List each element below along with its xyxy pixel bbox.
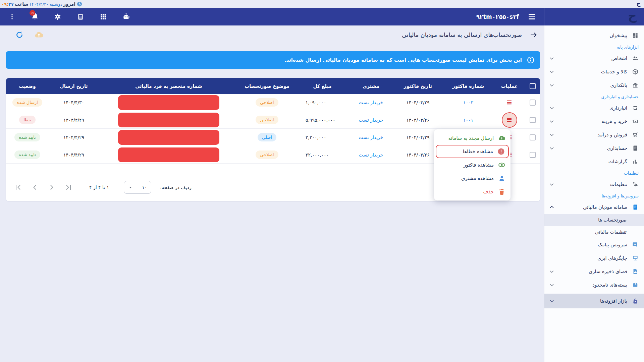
row-actions-icon-active[interactable]: ≡ bbox=[502, 112, 517, 128]
row-checkbox[interactable] bbox=[530, 117, 536, 123]
chevron-down-icon bbox=[548, 68, 555, 75]
invoice-number-link[interactable]: ۱۰۰۳ bbox=[463, 100, 473, 105]
sidebar-item-banking[interactable]: بانکداری bbox=[544, 78, 644, 92]
col-header-send-date: تاریخ ارسال bbox=[49, 83, 99, 89]
notifications-bell-icon[interactable] bbox=[28, 9, 42, 24]
chevron-down-icon bbox=[548, 145, 555, 152]
sidebar-item-addons-market[interactable]: بازار افزونه‌ها bbox=[544, 294, 644, 308]
warehouse-icon bbox=[631, 104, 639, 112]
page-title-bar: صورتحساب‌های ارسالی به سامانه مودیان مال… bbox=[0, 25, 544, 44]
bank-icon bbox=[631, 81, 639, 89]
subject-badge: اصلاحی bbox=[256, 150, 278, 159]
customer-link[interactable]: خریدار تست bbox=[359, 152, 383, 158]
last-page-icon[interactable] bbox=[64, 183, 72, 191]
chevron-up-icon bbox=[548, 204, 555, 210]
invoice-number-link[interactable]: ۱۰۰۱ bbox=[463, 117, 473, 123]
pagination-range-text: ۱ تا ۴ از ۴ bbox=[89, 185, 109, 190]
appbar-sidebar-band: ح bbox=[544, 8, 644, 25]
accounting-doc-icon bbox=[631, 144, 639, 152]
previous-page-icon[interactable] bbox=[31, 183, 39, 191]
status-badge: تایید شده bbox=[14, 133, 40, 141]
info-icon bbox=[527, 56, 535, 64]
chevron-down-icon bbox=[548, 298, 555, 304]
apps-grid-icon[interactable] bbox=[96, 9, 111, 24]
workspace-id[interactable]: ۹۲tm۰۲۵۵۰s۳f bbox=[476, 13, 519, 20]
kebab-menu-icon[interactable] bbox=[5, 9, 19, 24]
today-label: امروز bbox=[63, 2, 75, 7]
menu-item-view-errors[interactable]: مشاهده خطاها bbox=[436, 145, 509, 158]
customer-link[interactable]: خریدار تست bbox=[359, 117, 383, 123]
select-all-checkbox[interactable] bbox=[530, 83, 536, 89]
chevron-down-icon bbox=[548, 118, 555, 125]
sidebar-item-people[interactable]: اشخاص bbox=[544, 52, 644, 65]
col-header-status: وضعیت bbox=[6, 83, 49, 89]
menu-item-delete[interactable]: حذف bbox=[434, 185, 511, 198]
back-arrow-icon[interactable] bbox=[528, 29, 539, 41]
brand-logo-large: ح bbox=[628, 9, 637, 22]
subject-badge: اصلاحی bbox=[256, 98, 278, 107]
col-header-invoice-date: تاریخ فاکتور bbox=[393, 83, 443, 89]
sales-cart-icon bbox=[631, 131, 639, 139]
sidebar-subitem-tax-settings[interactable]: تنظیمات مالیاتی bbox=[544, 226, 644, 238]
sidebar-subitem-invoices[interactable]: صورتحساب ها bbox=[544, 214, 644, 226]
sidebar-item-settings[interactable]: تنظیمات bbox=[544, 178, 644, 191]
row-actions-icon[interactable]: ≡ bbox=[506, 98, 513, 106]
weekday-label: دوشنبه bbox=[50, 2, 62, 7]
chevron-down-icon bbox=[548, 268, 555, 275]
sidebar-item-accounting[interactable]: حسابداری bbox=[544, 141, 644, 155]
menu-item-resend-to-system[interactable]: ارسال مجدد به سامانه bbox=[434, 131, 511, 145]
cloud-upload-icon bbox=[498, 134, 506, 142]
sidebar-item-dashboard[interactable]: پیشخوان bbox=[544, 29, 644, 42]
sidebar-item-sales-income[interactable]: فروش و درآمد bbox=[544, 128, 644, 141]
next-page-icon[interactable] bbox=[48, 183, 56, 191]
menu-item-view-invoice[interactable]: مشاهده فاکتور bbox=[434, 158, 511, 172]
sidebar-item-purchase-expense[interactable]: خرید و هزینه bbox=[544, 115, 644, 128]
settings-gear-icon[interactable] bbox=[50, 9, 65, 24]
row-checkbox[interactable] bbox=[530, 134, 536, 140]
time-label: ساعت bbox=[15, 2, 28, 7]
table-row: ≡ ۱۰۰۳ ۱۴۰۴/۰۴/۲۹ خریدار تست ۱,۰۹۰,۰۰۰ ا… bbox=[6, 94, 540, 111]
total-amount: ۲,۲۰۰,۰۰۰ bbox=[296, 135, 349, 140]
rows-per-page-select[interactable]: ۱۰ bbox=[124, 181, 151, 194]
col-header-invoice-number: شماره فاکتور bbox=[443, 83, 493, 89]
section-label-services-addons: سرویس‌ها و افزونه‌ها bbox=[544, 191, 644, 200]
assistant-robot-icon[interactable] bbox=[119, 9, 133, 24]
sms-service-icon bbox=[631, 241, 639, 249]
row-checkbox[interactable] bbox=[530, 100, 536, 106]
people-icon bbox=[631, 54, 639, 62]
tax-system-doc-icon bbox=[631, 203, 639, 211]
sidebar-item-storage-space[interactable]: فضای ذخیره سازی bbox=[544, 265, 644, 278]
hamburger-menu-icon[interactable] bbox=[525, 9, 539, 24]
sidebar-item-sms-service[interactable]: سرویس پیامک bbox=[544, 238, 644, 251]
tax-unique-id-redacted bbox=[118, 113, 219, 127]
chevron-down-icon bbox=[548, 55, 555, 62]
section-label-base-tools: ابزارهای پایه bbox=[544, 42, 644, 52]
goods-box-icon bbox=[631, 68, 639, 76]
date-time-chip: امروز دوشنبه ۱۴۰۴/۴/۳۰ ساعت ۰۹:۳۷ bbox=[1, 0, 83, 8]
table-header-row: عملیات شماره فاکتور تاریخ فاکتور مشتری م… bbox=[6, 78, 540, 94]
sidebar-item-unlimited-packages[interactable]: بسته‌های نامحدود bbox=[544, 278, 644, 292]
total-amount: ۲۲,۰۰۰,۰۰۰ bbox=[296, 152, 349, 158]
col-header-operations: عملیات bbox=[493, 83, 525, 89]
sidebar-item-cloud-printers[interactable]: چاپگرهای ابری bbox=[544, 251, 644, 265]
sidebar-item-warehousing[interactable]: انبارداری bbox=[544, 101, 644, 115]
rows-per-page-value: ۱۰ bbox=[142, 185, 147, 190]
sidebar-item-tax-system[interactable]: سامانه مودیان مالیاتی bbox=[544, 200, 644, 214]
sidebar-item-goods-services[interactable]: کالا و خدمات bbox=[544, 65, 644, 78]
marketplace-bag-icon bbox=[631, 297, 639, 305]
refresh-button[interactable] bbox=[13, 29, 25, 41]
menu-item-view-customer[interactable]: مشاهده مشتری bbox=[434, 172, 511, 185]
cloud-upload-button[interactable] bbox=[33, 29, 45, 41]
sidebar-item-reports[interactable]: گزارشات bbox=[544, 155, 644, 168]
col-header-tax-unique-id: شماره منحصر به فرد مالیاتی bbox=[99, 83, 238, 89]
customer-link[interactable]: خریدار تست bbox=[359, 100, 383, 105]
calculator-icon[interactable] bbox=[73, 9, 88, 24]
customer-link[interactable]: خریدار تست bbox=[359, 135, 383, 140]
first-page-icon[interactable] bbox=[14, 183, 22, 191]
error-exclamation-icon bbox=[497, 147, 505, 156]
send-date: ۱۴۰۴/۴/۲۹ bbox=[49, 117, 99, 123]
chevron-down-icon bbox=[548, 105, 555, 111]
row-checkbox[interactable] bbox=[530, 152, 536, 158]
status-badge: ارسال شده bbox=[12, 98, 42, 107]
purchase-money-icon bbox=[631, 117, 639, 125]
